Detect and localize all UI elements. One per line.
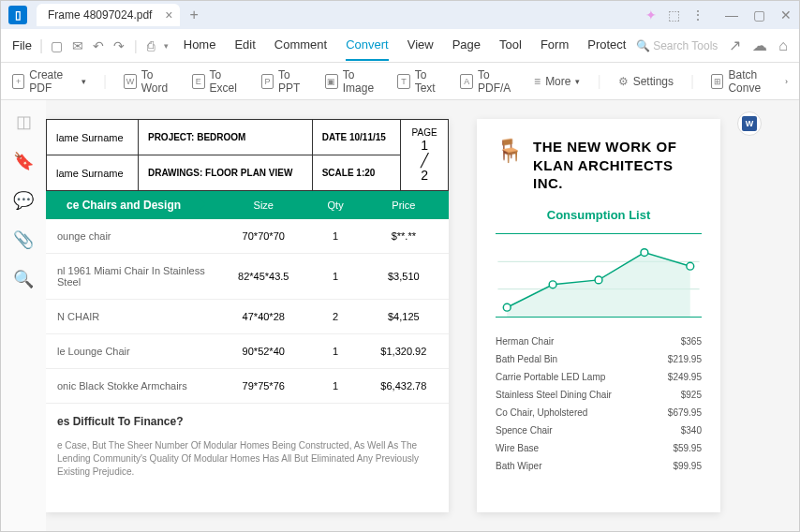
- svg-point-6: [687, 262, 694, 270]
- maximize-icon[interactable]: ▢: [753, 7, 765, 22]
- to-pdfa-button[interactable]: ATo PDF/A: [460, 68, 517, 95]
- print-icon[interactable]: ⎙: [147, 38, 155, 53]
- drawings-cell: DRAWINGS: FLOOR PLAN VIEW: [138, 155, 312, 191]
- page-right: 🪑 THE NEW WORK OFKLAN ARCHITECTS INC. Co…: [477, 119, 720, 512]
- price-row: Bath Wiper$99.95: [496, 457, 702, 475]
- ai-icon[interactable]: ✦: [645, 7, 657, 22]
- settings-button[interactable]: ⚙Settings: [618, 75, 674, 88]
- bookmark-icon[interactable]: 🔖: [13, 151, 34, 171]
- menu-tab-page[interactable]: Page: [452, 30, 481, 61]
- size-header: Size: [215, 191, 313, 219]
- qty-header: Qty: [313, 191, 359, 219]
- menu-tab-form[interactable]: Form: [541, 30, 569, 61]
- price-list: Herman Chair$365Bath Pedal Bin$219.95Car…: [496, 332, 702, 475]
- table-row: nl 1961 Miami Chair In Stainless Steel82…: [46, 254, 449, 300]
- svg-point-3: [549, 280, 556, 288]
- to-image-button[interactable]: ▣To Image: [325, 68, 380, 95]
- consumption-title: Consumption List: [496, 208, 702, 222]
- price-row: Stainless Steel Dining Chair$925: [496, 386, 702, 404]
- create-pdf-button[interactable]: +Create PDF▾: [12, 68, 86, 95]
- search-sidebar-icon[interactable]: 🔍: [13, 269, 34, 289]
- to-excel-button[interactable]: ETo Excel: [192, 68, 244, 95]
- share-icon[interactable]: ⬚: [668, 7, 680, 22]
- more-icon[interactable]: ⋮: [691, 7, 704, 22]
- table-row: ounge chair70*70*701$**.**: [46, 219, 449, 254]
- menu-tab-tool[interactable]: Tool: [499, 30, 522, 61]
- finance-title: es Difficult To Finance?: [46, 404, 449, 439]
- close-window-icon[interactable]: ✕: [780, 7, 792, 22]
- file-menu[interactable]: File: [12, 38, 32, 52]
- close-tab-icon[interactable]: ×: [165, 7, 172, 22]
- search-input[interactable]: 🔍 Search Tools: [636, 39, 719, 52]
- scale-cell: SCALE 1:20: [312, 155, 400, 191]
- batch-convert-button[interactable]: ⊞Batch Conve›: [711, 68, 788, 95]
- table-row: N CHAIR47*40*282$4,125: [46, 300, 449, 334]
- menu-tab-home[interactable]: Home: [184, 30, 216, 61]
- page-left: lame Surname PROJECT: BEDROOM DATE 10/11…: [46, 119, 449, 512]
- menu-tab-edit[interactable]: Edit: [234, 30, 255, 61]
- menu-tab-convert[interactable]: Convert: [346, 30, 389, 61]
- date-cell: DATE 10/11/15: [312, 120, 400, 155]
- save-icon[interactable]: ▢: [51, 38, 63, 53]
- table-row: le Lounge Chair90*52*401$1,320.92: [46, 334, 449, 369]
- tab-label: Frame 48097024.pdf: [48, 8, 152, 22]
- chairs-header: ce Chairs and Design: [53, 191, 194, 219]
- app-icon: ▯: [8, 6, 27, 24]
- price-header: Price: [359, 191, 449, 219]
- thumbnails-icon[interactable]: ◫: [16, 111, 32, 132]
- page-cell: PAGE1╱2: [401, 120, 449, 191]
- to-text-button[interactable]: TTo Text: [397, 68, 443, 95]
- titlebar: ▯ Frame 48097024.pdf × + ✦ ⬚ ⋮ — ▢ ✕: [1, 1, 799, 29]
- print-dropdown-icon[interactable]: ▾: [164, 41, 169, 51]
- svg-point-4: [595, 275, 602, 283]
- cloud-icon[interactable]: ☁: [752, 37, 767, 54]
- document-tab[interactable]: Frame 48097024.pdf ×: [37, 4, 180, 26]
- price-row: Carrie Portable LED Lamp$249.95: [496, 368, 702, 386]
- arch-title: THE NEW WORK OFKLAN ARCHITECTS INC.: [533, 138, 702, 193]
- to-word-button[interactable]: WTo Word: [124, 68, 175, 95]
- surname-cell2: lame Surname: [47, 155, 139, 191]
- left-sidebar: ◫ 🔖 💬 📎 🔍: [1, 100, 46, 531]
- redo-icon[interactable]: ↷: [113, 38, 125, 53]
- svg-point-5: [641, 248, 648, 256]
- export-icon[interactable]: ↗: [729, 37, 741, 54]
- menubar: File | ▢ ✉ ↶ ↷ | ⎙ ▾ HomeEditCommentConv…: [1, 29, 799, 63]
- menu-tab-protect[interactable]: Protect: [587, 30, 626, 61]
- price-row: Spence Chair$340: [496, 421, 702, 439]
- more-button[interactable]: ≡More▾: [534, 75, 580, 88]
- finance-text: e Case, But The Sheer Number Of Modular …: [46, 439, 449, 479]
- consumption-chart: [496, 233, 702, 318]
- comment-icon[interactable]: 💬: [13, 190, 34, 211]
- menu-tab-view[interactable]: View: [407, 30, 434, 61]
- document-viewport[interactable]: W lame Surname PROJECT: BEDROOM DATE 10/…: [46, 100, 799, 531]
- to-ppt-button[interactable]: PTo PPT: [261, 68, 309, 95]
- chair-icon: 🪑: [496, 138, 524, 164]
- price-row: Bath Pedal Bin$219.95: [496, 350, 702, 368]
- home-icon[interactable]: ⌂: [778, 37, 788, 54]
- minimize-icon[interactable]: —: [725, 7, 738, 22]
- menu-tab-comment[interactable]: Comment: [274, 30, 327, 61]
- mail-icon[interactable]: ✉: [72, 38, 83, 53]
- add-tab-button[interactable]: +: [189, 7, 198, 23]
- project-cell: PROJECT: BEDROOM: [138, 120, 312, 155]
- price-row: Herman Chair$365: [496, 332, 702, 350]
- word-badge[interactable]: W: [737, 111, 762, 136]
- surname-cell: lame Surname: [47, 120, 139, 155]
- svg-point-2: [503, 303, 511, 311]
- attachment-icon[interactable]: 📎: [13, 229, 34, 250]
- price-row: Wire Base$59.95: [496, 439, 702, 457]
- price-row: Co Chair, Upholstered$679.95: [496, 404, 702, 421]
- toolbar: +Create PDF▾ | WTo Word ETo Excel PTo PP…: [1, 63, 799, 100]
- table-row: onic Black Stokke Armchairs79*75*761$6,4…: [46, 369, 449, 404]
- undo-icon[interactable]: ↶: [93, 38, 104, 53]
